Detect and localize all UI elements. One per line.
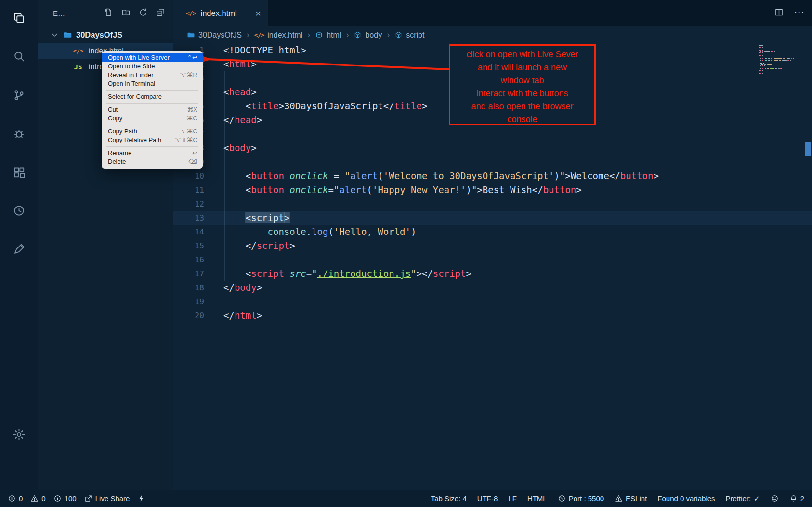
activity-item-extensions[interactable] xyxy=(8,161,30,183)
menu-item-label: Copy Relative Path xyxy=(108,136,161,144)
line-content: console.log('Hello, World') xyxy=(204,225,416,239)
menu-item-open-with-live-server[interactable]: Open with Live Server⌃↩ xyxy=(102,53,203,62)
status-text: 0 xyxy=(19,494,23,503)
activity-item-history[interactable] xyxy=(8,199,30,221)
status-port[interactable]: Port : 5500 xyxy=(558,494,604,503)
line-number: 18 xyxy=(173,281,204,295)
line-content: <button onclick = "alert('Welcome to 30D… xyxy=(204,169,659,183)
status-text: Prettier: xyxy=(726,494,751,503)
code-line-18[interactable]: 18</body> xyxy=(173,281,812,295)
menu-item-reveal-in-finder[interactable]: Reveal in Finder⌥⌘R xyxy=(102,71,203,79)
status-errors[interactable]: 0 xyxy=(8,494,23,503)
minimap-line xyxy=(759,60,801,61)
status-notifications[interactable]: 2 xyxy=(789,494,804,503)
status-live-share[interactable]: Live Share xyxy=(84,494,130,503)
editor-region[interactable]: 1<!DOCTYPE html>2<html>34<head>5 <title>… xyxy=(173,43,812,490)
menu-item-open-in-terminal[interactable]: Open in Terminal xyxy=(102,79,203,88)
status-eol[interactable]: LF xyxy=(508,494,517,503)
code-line-13[interactable]: 13 <script> xyxy=(173,211,812,225)
refresh-button[interactable] xyxy=(138,7,148,19)
breadcrumb-label: script xyxy=(406,31,424,39)
gear-icon xyxy=(12,428,26,442)
minimap-line xyxy=(759,73,801,74)
symbol-element-icon xyxy=(394,31,403,39)
code-line-16[interactable]: 16 xyxy=(173,253,812,267)
menu-item-copy-relative-path[interactable]: Copy Relative Path⌥⇧⌘C xyxy=(102,136,203,144)
tab-close-button[interactable]: × xyxy=(255,8,261,18)
minimap-line xyxy=(759,67,801,68)
code-line-19[interactable]: 19 xyxy=(173,295,812,309)
menu-item-copy-path[interactable]: Copy Path⌥⌘C xyxy=(102,127,203,136)
code-line-7[interactable]: 7 xyxy=(173,127,812,141)
code-line-9[interactable]: 9 xyxy=(173,155,812,169)
status-info[interactable]: 100 xyxy=(53,494,77,503)
status-variables[interactable]: Found 0 variables xyxy=(657,494,715,503)
menu-item-label: Select for Compare xyxy=(108,92,162,101)
smiley-icon xyxy=(771,494,779,503)
breadcrumb-item-script[interactable]: script xyxy=(394,31,424,39)
split-editor-button[interactable] xyxy=(774,7,784,19)
code-line-12[interactable]: 12 xyxy=(173,197,812,211)
folder-row-30daysofjs[interactable]: 30DaysOfJS xyxy=(38,26,173,43)
menu-item-shortcut: ⌘X xyxy=(187,105,197,114)
status-text: HTML xyxy=(527,494,547,503)
line-content: <!DOCTYPE html> xyxy=(204,43,306,57)
collapse-folders-icon xyxy=(156,7,166,17)
breadcrumb-item-body[interactable]: body xyxy=(354,31,382,39)
menu-item-shortcut: ⌘C xyxy=(187,114,197,123)
editor-group: </> index.html × ⋯ 30DaysOfJS›</>index.h… xyxy=(173,0,812,490)
status-prettier[interactable]: Prettier:✓ xyxy=(726,494,760,503)
status-encoding[interactable]: UTF-8 xyxy=(477,494,498,503)
code-line-17[interactable]: 17 <script src="./introduction.js"></scr… xyxy=(173,267,812,281)
code-line-8[interactable]: 8<body> xyxy=(173,141,812,155)
menu-item-shortcut: ⌃↩ xyxy=(187,53,197,62)
menu-item-copy[interactable]: Copy⌘C xyxy=(102,114,203,123)
code-line-20[interactable]: 20</html> xyxy=(173,309,812,323)
menu-item-delete[interactable]: Delete⌫ xyxy=(102,157,203,166)
status-feedback[interactable] xyxy=(771,494,779,503)
code-line-14[interactable]: 14 console.log('Hello, World') xyxy=(173,225,812,239)
code-line-11[interactable]: 11 <button onclick="alert('Happy New Yea… xyxy=(173,183,812,197)
menu-item-open-to-the-side[interactable]: Open to the Side xyxy=(102,62,203,71)
activity-item-source-control[interactable] xyxy=(8,84,30,106)
activity-item-search[interactable] xyxy=(8,45,30,67)
status-eslint[interactable]: ESLint xyxy=(615,494,647,503)
new-folder-icon xyxy=(121,7,131,17)
activity-item-run-debug[interactable] xyxy=(8,122,30,144)
settings-button[interactable] xyxy=(0,428,38,442)
activity-item-edit-session[interactable] xyxy=(8,238,30,260)
menu-item-cut[interactable]: Cut⌘X xyxy=(102,105,203,114)
indent-guide xyxy=(224,71,225,281)
new-file-button[interactable] xyxy=(104,7,114,19)
menu-item-rename[interactable]: Rename↩ xyxy=(102,149,203,157)
more-actions-button[interactable]: ⋯ xyxy=(794,9,804,18)
breadcrumb-item-30daysofjs[interactable]: 30DaysOfJS xyxy=(187,31,242,39)
html-file-icon: </> xyxy=(186,10,196,17)
line-number: 12 xyxy=(173,197,204,211)
breadcrumb-item-html[interactable]: html xyxy=(315,31,341,39)
minimap-line xyxy=(759,64,801,65)
status-language-mode[interactable]: HTML xyxy=(527,494,547,503)
minimap[interactable] xyxy=(759,45,801,74)
menu-item-label: Copy xyxy=(108,114,122,123)
annotation-box: click on open with Live Severand it will… xyxy=(449,44,596,125)
explorer-header: E… xyxy=(38,0,173,26)
breadcrumb-item-index-html[interactable]: </>index.html xyxy=(254,31,302,39)
collapse-folders-button[interactable] xyxy=(156,7,166,19)
status-live-server-bolt[interactable] xyxy=(137,494,145,503)
tab-bar: </> index.html × ⋯ xyxy=(173,0,812,26)
status-tab-size[interactable]: Tab Size: 4 xyxy=(431,494,467,503)
tab-index-html[interactable]: </> index.html × xyxy=(173,0,268,26)
line-content: </body> xyxy=(204,281,262,295)
menu-item-select-for-compare[interactable]: Select for Compare xyxy=(102,92,203,101)
new-folder-button[interactable] xyxy=(121,7,131,19)
code-line-10[interactable]: 10 <button onclick = "alert('Welcome to … xyxy=(173,169,812,183)
line-content: <html> xyxy=(204,57,257,71)
menu-item-label: Open to the Side xyxy=(108,62,155,71)
status-warnings[interactable]: 0 xyxy=(30,494,45,503)
status-text: 2 xyxy=(800,494,804,503)
activity-item-explorer[interactable] xyxy=(8,7,30,29)
code-line-15[interactable]: 15 </script> xyxy=(173,239,812,253)
symbol-element-icon xyxy=(315,31,323,39)
minimap-line xyxy=(759,68,801,69)
